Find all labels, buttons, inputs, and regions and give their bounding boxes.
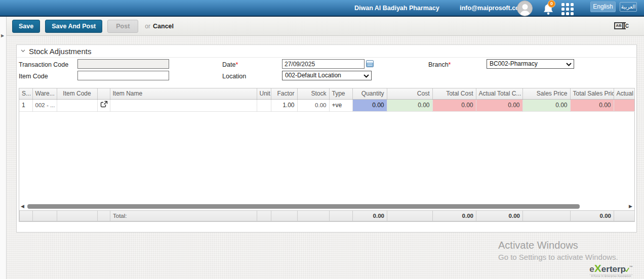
branch-label: Branch*: [428, 61, 451, 68]
col-total-cost[interactable]: Total Cost: [432, 88, 476, 99]
totals-row: Total: 0.00 0.00 0.00 0.00: [19, 210, 635, 221]
items-grid: S... Ware... Item Code Item Name Unit Fa…: [19, 88, 635, 222]
language-arabic-button[interactable]: العربية: [620, 2, 637, 12]
cell-item-name[interactable]: [110, 99, 257, 111]
total-actual-total-cost: 0.00: [476, 211, 523, 221]
col-cost[interactable]: Cost: [387, 88, 432, 99]
scroll-right-icon[interactable]: ▶: [629, 203, 632, 210]
item-code-label: Item Code: [19, 73, 48, 80]
language-english-button[interactable]: English: [590, 2, 616, 12]
or-text: or: [145, 23, 150, 30]
col-unit[interactable]: Unit: [257, 88, 271, 99]
cell-sno: 1: [19, 99, 32, 111]
col-sno[interactable]: S...: [19, 88, 32, 99]
save-and-post-button[interactable]: Save And Post: [45, 20, 102, 33]
sidebar-expand-icon[interactable]: ▶: [1, 33, 4, 38]
chevron-down-icon: [364, 74, 369, 78]
cancel-link[interactable]: Cancel: [153, 23, 174, 30]
col-actual-total-cost[interactable]: Actual Total C...: [476, 88, 522, 99]
col-item-code[interactable]: Item Code: [57, 88, 97, 99]
panel-header[interactable]: Stock Adjustments: [17, 45, 636, 58]
cell-actual-total-sales: [614, 99, 634, 111]
cell-actual-total-cost: 0.00: [476, 99, 522, 111]
item-lookup-icon[interactable]: [100, 101, 108, 108]
logo-tagline: A Force In Enterprise Automation: [589, 274, 633, 277]
branch-select[interactable]: BC002-Pharmacy: [487, 59, 574, 69]
cell-factor[interactable]: 1.00: [271, 99, 297, 111]
scrollbar-thumb[interactable]: [27, 204, 580, 209]
logo-check-icon: [625, 267, 629, 272]
text-cursor-icon: [624, 22, 625, 29]
post-button[interactable]: Post: [107, 20, 138, 33]
spellcheck-icon[interactable]: AB C: [614, 22, 629, 29]
exerterp-logo: eXerterp™ A Force In Enterprise Automati…: [589, 263, 633, 277]
calendar-icon[interactable]: [366, 60, 374, 67]
cell-total-sales-price: 0.00: [570, 99, 614, 111]
location-label: Location: [222, 73, 246, 80]
cell-unit[interactable]: [257, 99, 271, 111]
col-total-sales-price[interactable]: Total Sales Price: [570, 88, 614, 99]
stock-adjustments-panel: Stock Adjustments Transaction Code Date*…: [16, 44, 637, 232]
chevron-down-icon: [566, 63, 572, 66]
cell-cost[interactable]: 0.00: [387, 99, 432, 111]
col-item-name[interactable]: Item Name: [110, 88, 257, 99]
col-stock[interactable]: Stock: [297, 88, 329, 99]
col-quantity[interactable]: Quantity: [352, 88, 387, 99]
cell-total-cost: 0.00: [432, 99, 476, 111]
pharmacy-name: Diwan Al Badiyah Pharmacy: [354, 5, 439, 12]
cell-warehouse[interactable]: 002 - ...: [32, 99, 57, 111]
col-factor[interactable]: Factor: [271, 88, 297, 99]
items-table: S... Ware... Item Code Item Name Unit Fa…: [19, 88, 635, 112]
date-input[interactable]: [282, 59, 365, 69]
col-actual-total-sales[interactable]: Actual T: [614, 88, 634, 99]
avatar[interactable]: [517, 1, 533, 16]
item-code-input[interactable]: [77, 71, 169, 80]
col-sales-price[interactable]: Sales Price: [522, 88, 570, 99]
apps-grid-icon[interactable]: [561, 3, 575, 16]
scroll-left-icon[interactable]: ◀: [21, 203, 24, 210]
col-warehouse[interactable]: Ware...: [32, 88, 57, 99]
col-type[interactable]: Type: [329, 88, 352, 99]
topbar: Diwan Al Badiyah Pharmacy info@maiprosof…: [0, 0, 644, 17]
transaction-code-label: Transaction Code: [19, 61, 68, 68]
transaction-code-input: [77, 59, 169, 69]
cell-lookup[interactable]: [97, 99, 110, 111]
save-button[interactable]: Save: [12, 20, 40, 33]
location-select[interactable]: 002-Default Location: [282, 71, 372, 80]
date-label: Date*: [222, 61, 238, 68]
cell-stock: 0.00: [297, 99, 329, 111]
cell-item-code[interactable]: [57, 99, 97, 111]
col-lookup: [97, 88, 110, 99]
sidebar-collapse-strip[interactable]: ▶: [0, 17, 7, 279]
cell-type[interactable]: +ve: [329, 99, 352, 111]
grid-empty-area: [19, 112, 634, 204]
collapse-chevron-icon: [21, 50, 25, 53]
user-email-link[interactable]: info@maiprosoft.com: [460, 5, 525, 12]
activate-windows-subtext: Go to Settings to activate Windows.: [498, 253, 618, 261]
total-sales-price: 0.00: [571, 211, 614, 221]
activate-windows-watermark: Activate Windows: [498, 240, 578, 251]
notification-badge: 0: [548, 0, 555, 8]
horizontal-scrollbar[interactable]: ◀ ▶: [19, 203, 634, 210]
total-label: Total:: [110, 211, 257, 221]
toolbar: Save Save And Post Post or Cancel AB C: [7, 17, 644, 36]
page-title: Stock Adjustments: [29, 47, 91, 56]
total-quantity: 0.00: [353, 211, 387, 221]
header-row: S... Ware... Item Code Item Name Unit Fa…: [19, 88, 634, 99]
cell-sales-price[interactable]: 0.00: [522, 99, 570, 111]
cell-quantity[interactable]: 0.00: [352, 99, 387, 111]
total-cost: 0.00: [433, 211, 476, 221]
table-row: 1 002 - ... 1.00 0.00 +ve: [19, 99, 634, 111]
